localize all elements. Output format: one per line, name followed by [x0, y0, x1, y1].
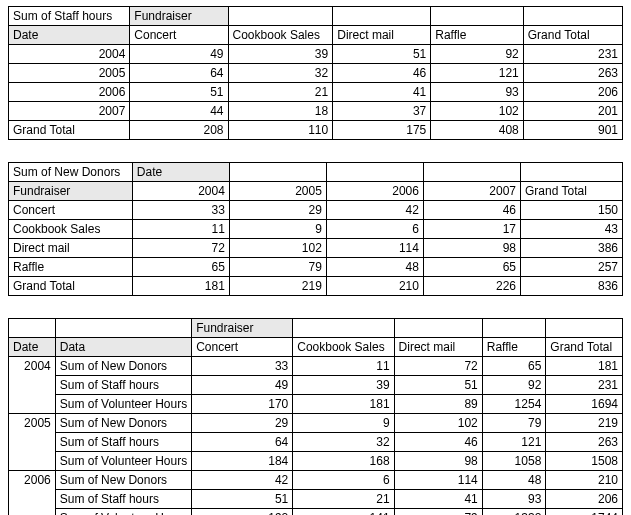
cell: 21: [293, 490, 394, 509]
grand-total-row: Grand Total208110175408901: [9, 121, 623, 140]
cell: 210: [546, 471, 623, 490]
cell: 150: [520, 201, 622, 220]
grand-total-row: Grand Total181219210226836: [9, 277, 623, 296]
row-label: Direct mail: [9, 239, 133, 258]
col-header: Raffle: [431, 26, 524, 45]
cell: 1694: [546, 395, 623, 414]
blank-header: [423, 163, 520, 182]
table-row: Raffle65794865257: [9, 258, 623, 277]
corner-label: Sum of Staff hours: [9, 7, 130, 26]
cell: 170: [192, 395, 293, 414]
cell: 41: [394, 490, 482, 509]
cell: 210: [326, 277, 423, 296]
cell: 49: [192, 376, 293, 395]
table-row: 2004Sum of New Donors33117265181: [9, 357, 623, 376]
cell: 175: [333, 121, 431, 140]
cell: 141: [293, 509, 394, 516]
cell: 263: [523, 64, 622, 83]
cell: 102: [394, 414, 482, 433]
cell: 836: [520, 277, 622, 296]
cell: 79: [394, 509, 482, 516]
cell: 43: [520, 220, 622, 239]
col-header: Cookbook Sales: [228, 26, 333, 45]
col-field-label[interactable]: Fundraiser: [192, 319, 293, 338]
cell: 226: [423, 277, 520, 296]
data-field-label: Sum of Staff hours: [55, 490, 191, 509]
cell: 44: [130, 102, 228, 121]
cell: 39: [293, 376, 394, 395]
cell: 263: [546, 433, 623, 452]
col-header: Grand Total: [546, 338, 623, 357]
col-header: 2004: [132, 182, 229, 201]
cell: 901: [523, 121, 622, 140]
table-row: 2007441837102201: [9, 102, 623, 121]
data-field-label: Sum of Staff hours: [55, 376, 191, 395]
cell: 64: [130, 64, 228, 83]
cell: 93: [482, 490, 546, 509]
table-row: 2006Sum of New Donors42611448210: [9, 471, 623, 490]
cell: 219: [229, 277, 326, 296]
cell: 208: [130, 121, 228, 140]
cell: 64: [192, 433, 293, 452]
cell: 110: [228, 121, 333, 140]
cell: 33: [192, 357, 293, 376]
cell: 201: [523, 102, 622, 121]
cell: 408: [431, 121, 524, 140]
cell: 51: [192, 490, 293, 509]
col-header: Cookbook Sales: [293, 338, 394, 357]
cell: 1508: [546, 452, 623, 471]
data-field-label: Sum of New Donors: [55, 357, 191, 376]
data-field-label: Sum of Staff hours: [55, 433, 191, 452]
cell: 17: [423, 220, 520, 239]
row-field-label[interactable]: Date: [9, 26, 130, 45]
table-row: Sum of Volunteer Hours1841689810581508: [9, 452, 623, 471]
cell: 92: [431, 45, 524, 64]
row-label: 2007: [9, 102, 130, 121]
cell: 181: [546, 357, 623, 376]
col-field-label[interactable]: Date: [132, 163, 229, 182]
cell: 46: [423, 201, 520, 220]
blank-header: [546, 319, 623, 338]
cell: 51: [130, 83, 228, 102]
cell: 37: [333, 102, 431, 121]
date-cell: 2005: [9, 414, 56, 471]
cell: 29: [229, 201, 326, 220]
row-field-data[interactable]: Data: [55, 338, 191, 357]
cell: 98: [423, 239, 520, 258]
col-header: Direct mail: [333, 26, 431, 45]
row-field-label[interactable]: Fundraiser: [9, 182, 133, 201]
table-row: Sum of Staff hours51214193206: [9, 490, 623, 509]
col-field-label[interactable]: Fundraiser: [130, 7, 228, 26]
row-label: 2006: [9, 83, 130, 102]
table-row: Direct mail7210211498386: [9, 239, 623, 258]
corner-label: Sum of New Donors: [9, 163, 133, 182]
blank-header: [482, 319, 546, 338]
table-row: Sum of Volunteer Hours1921417913321744: [9, 509, 623, 516]
cell: 9: [229, 220, 326, 239]
blank-header: [326, 163, 423, 182]
cell: 1332: [482, 509, 546, 516]
cell: 51: [333, 45, 431, 64]
data-field-label: Sum of New Donors: [55, 471, 191, 490]
cell: 1254: [482, 395, 546, 414]
cell: 32: [293, 433, 394, 452]
blank-header: [228, 7, 333, 26]
col-header: 2006: [326, 182, 423, 201]
table-row: Cookbook Sales11961743: [9, 220, 623, 239]
col-header: Raffle: [482, 338, 546, 357]
data-field-label: Sum of Volunteer Hours: [55, 452, 191, 471]
table-row: 2005Sum of New Donors29910279219: [9, 414, 623, 433]
row-label: Concert: [9, 201, 133, 220]
row-label: Cookbook Sales: [9, 220, 133, 239]
cell: 42: [326, 201, 423, 220]
cell: 46: [394, 433, 482, 452]
blank-header: [394, 319, 482, 338]
col-header: Grand Total: [523, 26, 622, 45]
cell: 386: [520, 239, 622, 258]
row-field-date[interactable]: Date: [9, 338, 56, 357]
cell: 206: [546, 490, 623, 509]
table-row: Sum of Staff hours49395192231: [9, 376, 623, 395]
cell: 39: [228, 45, 333, 64]
cell: 102: [229, 239, 326, 258]
cell: 114: [394, 471, 482, 490]
